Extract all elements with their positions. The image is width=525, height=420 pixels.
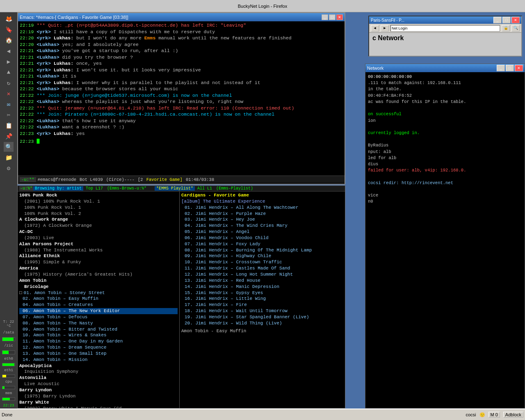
wb-title: Paris-SansFil - P... (371, 18, 404, 23)
next-track: Amon Tobin - Easy Muffin (181, 328, 343, 334)
taskbar-mail[interactable]: M 0 (488, 412, 500, 418)
emacs-content[interactable]: 22:19 *** Quit: _pt (n=pt@p54AA3809.dip0… (18, 21, 345, 176)
track-item: 01. Amon Tobin – Stoney Street (24, 290, 105, 296)
firefox-icon[interactable]: 🦊 (4, 14, 14, 24)
forward-icon[interactable]: ▶ (4, 57, 14, 66)
playlist-album-info: [album] The Ultimate Experience (181, 199, 343, 205)
track-item: 12. Amon Tobin – Dream Sequence (19, 345, 178, 351)
wb-search-btn[interactable]: 🔍 (511, 25, 520, 32)
pin-icon[interactable]: 📌 (4, 131, 14, 141)
taskbar-adblock[interactable]: Adblock (503, 412, 523, 418)
wb-fwd-btn[interactable]: ▶ (381, 25, 389, 32)
back-icon[interactable]: ◀ (4, 46, 14, 56)
home-icon[interactable]: 🏠 (4, 35, 14, 45)
browser-title: BuckyNet Login - Firefox (0, 0, 525, 12)
artist-item: America (19, 265, 178, 272)
wb-titlebar: Paris-SansFil - P... _ □ ✕ (369, 16, 521, 24)
cut-icon[interactable]: ✂ (4, 110, 14, 120)
wb-close-btn[interactable]: ✕ (511, 17, 520, 23)
browser-chrome: BuckyNet Login - Firefox (0, 0, 525, 12)
artist-item: Barry Lyndon (19, 387, 178, 393)
emacs-min-btn[interactable]: _ (322, 14, 328, 20)
eth1-label: eth1 (3, 368, 14, 373)
artist-item: Apocalyptica (19, 363, 178, 369)
bookmark-icon[interactable]: 🔖 (4, 25, 14, 34)
top-status-line: -u:%* Browsing by: artist Top L17 (Emms-… (18, 186, 345, 192)
album-item: (2001) 100% Punk Rock Vol. 1 (19, 199, 178, 205)
widget-browser: Paris-SansFil - P... _ □ ✕ ◀ ▶ Net Login… (368, 16, 522, 57)
artist-item: Astonvilla (19, 375, 178, 381)
mail-icon[interactable]: ✉ (4, 99, 14, 109)
track-item: 14. Amon Tobin – Mission (19, 357, 178, 363)
emacs-window: Emacs: *#emacs-[ Cardigans - Favorite Ga… (17, 12, 345, 185)
artist-item: Amon Tobin (19, 278, 178, 284)
up-icon[interactable]: ▲ (4, 67, 14, 77)
track-item: 04. Amon Tobin – Creatures (19, 302, 178, 308)
album-item: (1995) Simple & Funky (19, 259, 178, 265)
search-icon[interactable]: 🔍 (4, 142, 14, 152)
net-panel-title: Network _ □ ✕ (365, 64, 525, 72)
album-item: (1972) A Clockwork Orange (19, 223, 178, 229)
artist-item: Alan Parsons Project (19, 241, 178, 247)
album-item: 100% Punk Rock Vol. 1 (19, 205, 178, 211)
taskbar-cocsi[interactable]: cocsi (466, 412, 476, 417)
zic-bar (2, 351, 9, 354)
taskbar-emoji: 🙂 (479, 412, 485, 418)
refresh-icon[interactable]: ↻ (4, 78, 14, 88)
album-item: Inquisition Symphony (19, 369, 178, 375)
settings-icon[interactable]: ⚙ (4, 163, 14, 173)
net-panel-content: 00:00:00:00:00:00 .111 to match against:… (365, 72, 525, 408)
album-item: (2003) Live (19, 235, 178, 241)
cpu-label: cpu (5, 379, 13, 385)
net-min-btn[interactable]: _ (497, 65, 505, 71)
bottom-panels: -u:%* Browsing by: artist Top L17 (Emms-… (17, 185, 345, 409)
track-item: 08. Amon Tobin – The Nasty (19, 320, 178, 326)
net-close-btn[interactable]: ✕ (515, 65, 523, 71)
wb-addr-text: Net Login (392, 26, 408, 30)
emacs-titlebar: Emacs: *#emacs-[ Cardigans - Favorite Ga… (18, 13, 345, 21)
taskbar-done: Done (2, 412, 12, 417)
artist-item: A Clockwork Orange (19, 217, 178, 223)
clipboard-icon[interactable]: 📋 (4, 121, 14, 130)
wb-max-btn[interactable]: □ (502, 17, 511, 23)
right-widgets: Paris-SansFil - P... _ □ ✕ ◀ ▶ Net Login… (365, 12, 525, 409)
disk-label: /sata (2, 330, 15, 336)
wb-back-btn[interactable]: ◀ (371, 25, 379, 32)
track-item: 07. Amon Tobin – Defocus (19, 314, 178, 320)
artist-item: Alliance Ethnik (19, 253, 178, 259)
folder-icon[interactable]: 📁 (4, 153, 14, 162)
net-max-btn[interactable]: □ (506, 65, 514, 71)
disk-bar (2, 338, 14, 341)
panels-content: 100% Punk Rock (2001) 100% Punk Rock Vol… (18, 192, 345, 408)
wb-toolbar: ◀ ▶ Net Login 🔒 🔍 (369, 24, 521, 33)
album-item: 100% Punk Rock Vol. 2 (19, 211, 178, 217)
playlist-now-playing: Cardigans - Favorite Game (181, 192, 343, 199)
track-item: 10. Amon Tobin – Wires & Snakes (19, 332, 178, 338)
track-item: 09. Amon Tobin – Bitter and Twisted (19, 326, 178, 333)
artist-item: Barry White (19, 399, 178, 406)
album-item: (1975) History (America's Greatest Hits) (19, 272, 178, 278)
wb-address-bar[interactable]: Net Login (390, 25, 500, 32)
emacs-close-btn[interactable]: ✕ (336, 14, 343, 20)
wb-lock-btn[interactable]: 🔒 (502, 25, 510, 32)
eth0-label: eth0 (3, 356, 14, 362)
artist-item: AC-DC (19, 229, 178, 235)
wb-min-btn[interactable]: _ (493, 17, 502, 23)
wb-content: c Network (369, 33, 521, 43)
album-item: Bricolage (19, 284, 178, 290)
track-item: 13. Amon Tobin – One Small Step (19, 351, 178, 357)
eth1-bar (2, 375, 6, 377)
emacs-max-btn[interactable]: □ (329, 14, 336, 20)
track-item: 02. Amon Tobin – Easy Muffin (19, 296, 178, 302)
music-browser-panel[interactable]: 100% Punk Rock (2001) 100% Punk Rock Vol… (18, 192, 180, 408)
album-item: (2002) Barry White & Marvin Gaye (Cd (19, 406, 178, 408)
album-item: Live Acoustic (19, 381, 178, 387)
mem-bar (2, 398, 10, 400)
playlist-panel[interactable]: Cardigans - Favorite Game [album] The Ul… (180, 192, 345, 408)
album-item: (1975) Barry Lyndon (19, 393, 178, 399)
taskbar: Done cocsi 🙂 M 0 Adblock (0, 409, 525, 420)
taskbar-right: cocsi 🙂 M 0 Adblock (466, 412, 523, 418)
left-sidebar: 🦊 🔖 🏠 ◀ ▶ ▲ ↻ ✕ ✉ ✂ 📋 📌 🔍 📁 ⚙ T: 22 °C /… (0, 12, 17, 409)
stop-icon[interactable]: ✕ (4, 89, 14, 98)
mem-label: mem (5, 390, 13, 396)
